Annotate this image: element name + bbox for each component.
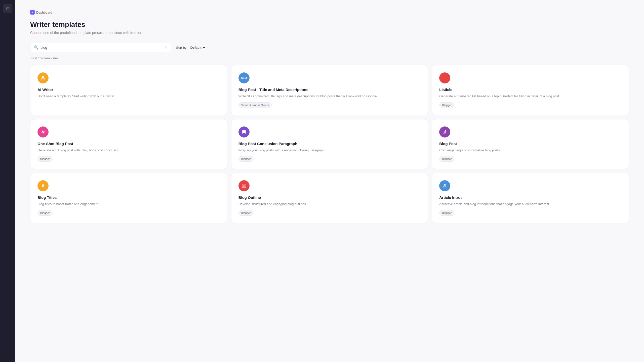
template-tags: Blogger [439, 156, 622, 162]
page-subtitle: Choose one of the predefined template pr… [30, 31, 629, 35]
breadcrumb-icon: + [30, 10, 35, 15]
sort-label: Sort by: [176, 46, 187, 50]
search-container: 🔍 ✕ [30, 43, 171, 52]
svg-rect-4 [444, 78, 447, 78]
sort-container: Sort by: Default A-Z Newest [176, 46, 206, 50]
template-card[interactable]: Blog OutlineDevelop structured and engag… [231, 173, 428, 223]
search-clear-button[interactable]: ✕ [165, 46, 168, 49]
template-tags: Blogger [37, 210, 220, 216]
template-tag[interactable]: Blogger [37, 156, 53, 162]
template-icon [37, 72, 49, 83]
svg-rect-10 [444, 185, 446, 185]
template-card[interactable]: ListicleGenerate a numbered list based o… [432, 65, 629, 115]
template-description: Wrap up your blog posts with a engaging … [238, 148, 421, 153]
svg-rect-5 [443, 79, 444, 79]
template-tags: Blogger [37, 156, 220, 162]
template-icon: A [37, 180, 49, 191]
template-card[interactable]: Article IntrosAttractive article and blo… [432, 173, 629, 223]
template-name: Blog Post [439, 142, 622, 146]
template-tag[interactable]: Blogger [439, 210, 454, 216]
sort-select[interactable]: Default A-Z Newest [189, 46, 206, 50]
svg-point-0 [42, 76, 44, 78]
template-card[interactable]: ABlog TitlesBlog titles to boost traffic… [30, 173, 227, 223]
template-icon [439, 126, 450, 138]
template-tags: Blogger [439, 102, 622, 108]
template-tag[interactable]: Blogger [439, 156, 454, 162]
template-card[interactable]: SEOBlog Post - Title and Meta Descriptio… [231, 65, 428, 115]
template-name: Listicle [439, 87, 622, 92]
template-description: Write SEO optimized title tags and meta … [238, 94, 421, 99]
breadcrumb-text[interactable]: Dashboard [36, 11, 52, 14]
template-description: Develop structured and engaging blog out… [238, 202, 421, 207]
template-description: Generate a full blog post with intro, bo… [37, 148, 220, 153]
template-icon [37, 126, 49, 138]
svg-rect-1 [443, 77, 444, 77]
template-name: One-Shot Blog Post [37, 142, 220, 146]
template-card[interactable]: Blog Post Conclusion ParagraphWrap up yo… [231, 119, 428, 169]
template-icon [238, 180, 250, 191]
template-card[interactable]: One-Shot Blog PostGenerate a full blog p… [30, 119, 227, 169]
template-name: Blog Post - Title and Meta Descriptions [238, 87, 421, 92]
breadcrumb: + Dashboard [30, 10, 629, 15]
template-tag[interactable]: Blogger [439, 102, 454, 108]
template-description: Attractive article and blog introduction… [439, 202, 622, 207]
template-tag[interactable]: Blogger [238, 156, 254, 162]
search-input[interactable] [30, 43, 171, 52]
main-content: + Dashboard Writer templates Choose one … [15, 0, 644, 362]
template-name: Blog Outline [238, 195, 421, 200]
search-sort-row: 🔍 ✕ Sort by: Default A-Z Newest [30, 43, 629, 52]
template-tags: Small Business Owner [238, 102, 421, 108]
template-icon [238, 126, 250, 138]
sidebar-toggle-icon: ⊟ [6, 6, 9, 11]
template-tags: Blogger [238, 156, 421, 162]
template-name: Article Intros [439, 195, 622, 200]
template-icon [439, 72, 450, 83]
sidebar-toggle-button[interactable]: ⊟ [3, 4, 12, 13]
template-icon [439, 180, 450, 191]
template-icon: SEO [238, 72, 250, 83]
total-count: Total 137 templates [30, 56, 629, 60]
templates-grid: AI WriterDon't need a template? Start wr… [30, 65, 629, 223]
template-tags: Blogger [439, 210, 622, 216]
template-name: Blog Post Conclusion Paragraph [238, 142, 421, 146]
svg-rect-3 [443, 78, 444, 78]
template-description: Blog titles to boost traffic and engagem… [37, 202, 220, 207]
template-description: Generate a numbered list based on a topi… [439, 94, 622, 99]
template-description: Craft engaging and informative blog post… [439, 148, 622, 153]
template-description: Don't need a template? Start writing wit… [37, 94, 220, 108]
template-tag[interactable]: Small Business Owner [238, 102, 272, 108]
sidebar: ⊟ [0, 0, 15, 362]
template-name: Blog Titles [37, 195, 220, 200]
template-tag[interactable]: Blogger [37, 210, 53, 216]
svg-rect-2 [444, 77, 447, 77]
template-name: AI Writer [37, 87, 220, 92]
svg-rect-6 [444, 79, 447, 79]
template-card[interactable]: AI WriterDon't need a template? Start wr… [30, 65, 227, 115]
template-card[interactable]: Blog PostCraft engaging and informative … [432, 119, 629, 169]
page-title: Writer templates [30, 21, 629, 29]
template-tags: Blogger [238, 210, 421, 216]
search-icon: 🔍 [34, 45, 38, 50]
template-tag[interactable]: Blogger [238, 210, 254, 216]
